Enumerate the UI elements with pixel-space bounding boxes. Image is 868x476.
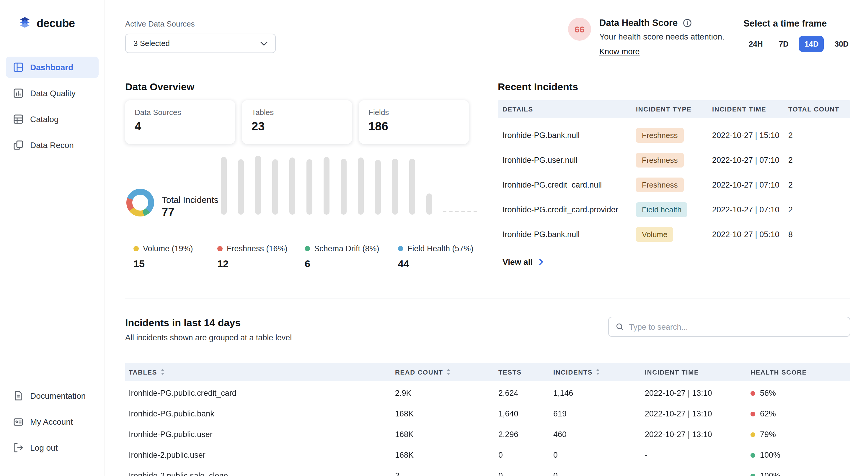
- stat-card-value: 4: [135, 120, 225, 133]
- column-header-tables[interactable]: TABLES: [125, 368, 392, 375]
- know-more-link[interactable]: Know more: [599, 47, 640, 56]
- field-health-dot-icon: [398, 246, 403, 251]
- incident-row[interactable]: Ironhide-PG.bank.null Volume 2022-10-27 …: [498, 222, 850, 246]
- sidebar-item-label: My Account: [30, 417, 73, 427]
- view-all-link[interactable]: View all: [502, 257, 545, 267]
- sidebar-item-catalog[interactable]: Catalog: [6, 108, 99, 130]
- recent-incidents-header-row: DETAILS INCIDENT TYPE INCIDENT TIME TOTA…: [498, 100, 850, 118]
- incident-type-badge: Field health: [636, 202, 687, 217]
- incident-time: 2022-10-27 | 07:10: [707, 205, 783, 214]
- incident-count: 8: [783, 230, 850, 239]
- legend-value: 44: [398, 258, 473, 270]
- sidebar-item-dashboard[interactable]: Dashboard: [6, 57, 99, 78]
- incidents-bar-chart: [221, 156, 433, 215]
- incident-time: 2022-10-27 | 13:10: [641, 389, 747, 398]
- sort-icon[interactable]: [447, 369, 451, 375]
- incidents-14d-title: Incidents in last 14 days: [125, 317, 241, 329]
- incident-row[interactable]: Ironhide-PG.credit_card.null Freshness 2…: [498, 172, 850, 197]
- bar-chart-dashed-baseline: [443, 211, 477, 212]
- sidebar-item-label: Documentation: [30, 391, 86, 401]
- incidents-14d-header-row: TABLES READ COUNT TESTS INCIDENTS INCIDE…: [125, 363, 850, 381]
- recent-incidents-table: DETAILS INCIDENT TYPE INCIDENT TIME TOTA…: [498, 100, 850, 246]
- health-score-badge: 66: [568, 18, 591, 41]
- timeframe-button-7d[interactable]: 7D: [774, 36, 794, 52]
- incident-time: 2022-10-27 | 07:10: [707, 180, 783, 189]
- incident-time: -: [641, 471, 747, 476]
- incident-type-badge: Volume: [636, 227, 674, 242]
- stat-card-value: 186: [368, 120, 459, 133]
- column-header-incident-time: INCIDENT TIME: [641, 368, 747, 375]
- sidebar: decube Dashboard Data Quality Catalog Da…: [0, 0, 105, 476]
- info-icon[interactable]: [682, 18, 692, 28]
- incident-details: Ironhide-PG.bank.null: [498, 230, 631, 239]
- freshness-dot-icon: [217, 246, 223, 251]
- table-row[interactable]: Ironhide-2.public.sale_clone 2 0 0 - 100…: [125, 465, 850, 476]
- sidebar-item-data-quality[interactable]: Data Quality: [6, 82, 99, 104]
- sidebar-item-documentation[interactable]: Documentation: [6, 385, 99, 406]
- chevron-down-icon: [260, 41, 268, 46]
- incident-row[interactable]: Ironhide-PG.credit_card.provider Field h…: [498, 197, 850, 222]
- column-header-read-count[interactable]: READ COUNT: [392, 368, 495, 375]
- tests-count: 1,640: [495, 409, 550, 418]
- health-score-value: 62%: [760, 409, 776, 418]
- timeframe-button-30d[interactable]: 30D: [829, 36, 854, 52]
- incident-details: Ironhide-PG.credit_card.null: [498, 180, 631, 189]
- legend-label: Freshness (16%): [227, 244, 287, 253]
- sidebar-item-label: Log out: [30, 443, 58, 452]
- table-row[interactable]: Ironhide-2.public.user 168K 0 0 - 100%: [125, 445, 850, 465]
- sidebar-item-my-account[interactable]: My Account: [6, 411, 99, 432]
- document-icon: [13, 390, 24, 401]
- incident-row[interactable]: Ironhide-PG.bank.null Freshness 2022-10-…: [498, 123, 850, 147]
- read-count: 2.9K: [392, 389, 495, 398]
- incident-count: 2: [783, 131, 850, 139]
- dashboard-icon: [13, 62, 24, 73]
- sidebar-item-label: Data Quality: [30, 89, 75, 98]
- incidents-count: 0: [550, 451, 641, 460]
- stat-card-tables: Tables 23: [242, 100, 352, 144]
- table-name: Ironhide-PG.public.credit_card: [125, 389, 392, 398]
- stat-card-label: Tables: [252, 108, 342, 117]
- timeframe-button-24h[interactable]: 24H: [743, 36, 768, 52]
- column-header-label: HEALTH SCORE: [750, 368, 807, 375]
- column-header-label: TESTS: [498, 368, 522, 375]
- tests-count: 0: [495, 451, 550, 460]
- incidents-count: 1,146: [550, 389, 641, 398]
- incident-row[interactable]: Ironhide-PG.user.null Freshness 2022-10-…: [498, 147, 850, 172]
- stat-card-value: 23: [252, 120, 342, 133]
- sidebar-nav: Dashboard Data Quality Catalog Data Reco…: [0, 57, 104, 156]
- main-content: Active Data Sources 3 Selected 66 Data H…: [105, 0, 868, 476]
- total-incidents-label: Total Incidents: [162, 195, 218, 205]
- incident-time: 2022-10-27 | 13:10: [641, 430, 747, 439]
- compare-docs-icon: [13, 140, 24, 150]
- health-score-widget: 66 Data Health Score Your health score n…: [568, 18, 724, 57]
- data-sources-dropdown[interactable]: 3 Selected: [125, 34, 276, 53]
- column-header-incidents[interactable]: INCIDENTS: [550, 368, 641, 375]
- table-grid-icon: [13, 114, 24, 125]
- incident-details: Ironhide-PG.credit_card.provider: [498, 205, 631, 214]
- table-row[interactable]: Ironhide-PG.public.credit_card 2.9K 2,62…: [125, 383, 850, 403]
- active-data-sources-label: Active Data Sources: [125, 20, 195, 28]
- legend-label: Volume (19%): [143, 244, 193, 253]
- total-incidents-value: 77: [162, 206, 174, 219]
- incident-type-badge: Freshness: [636, 128, 683, 142]
- tests-count: 2,296: [495, 430, 550, 439]
- sidebar-item-data-recon[interactable]: Data Recon: [6, 134, 99, 156]
- search-input[interactable]: [629, 322, 843, 331]
- sort-icon[interactable]: [161, 369, 165, 375]
- timeframe-button-14d[interactable]: 14D: [799, 36, 824, 52]
- health-score-dot-icon: [750, 473, 755, 476]
- sidebar-item-logout[interactable]: Log out: [6, 437, 99, 458]
- sort-icon[interactable]: [596, 369, 600, 375]
- recent-incidents-title: Recent Incidents: [498, 81, 578, 93]
- health-score-value: 56%: [760, 389, 776, 398]
- incident-type-badge: Freshness: [636, 177, 683, 192]
- schema-drift-dot-icon: [305, 246, 310, 251]
- incident-count: 2: [783, 156, 850, 164]
- brand-logo: decube: [0, 0, 104, 32]
- table-row[interactable]: Ironhide-PG.public.bank 168K 1,640 619 2…: [125, 403, 850, 424]
- table-row[interactable]: Ironhide-PG.public.user 168K 2,296 460 2…: [125, 424, 850, 445]
- incident-details: Ironhide-PG.user.null: [498, 156, 631, 164]
- column-header-health-score: HEALTH SCORE: [747, 368, 850, 375]
- health-score-dot-icon: [750, 391, 755, 396]
- legend-item-field-health: Field Health (57%) 44: [398, 244, 473, 270]
